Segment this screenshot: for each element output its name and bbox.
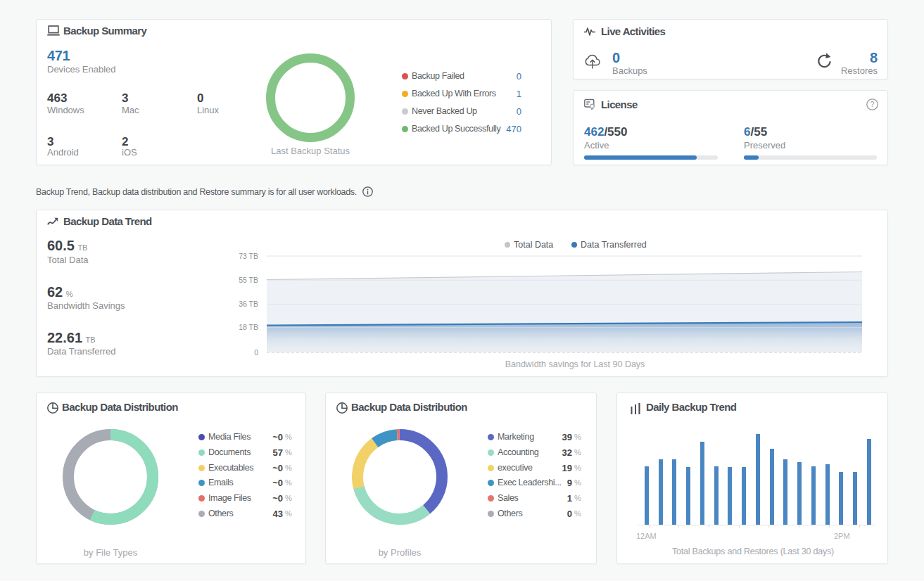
- svg-text:?: ?: [871, 100, 875, 108]
